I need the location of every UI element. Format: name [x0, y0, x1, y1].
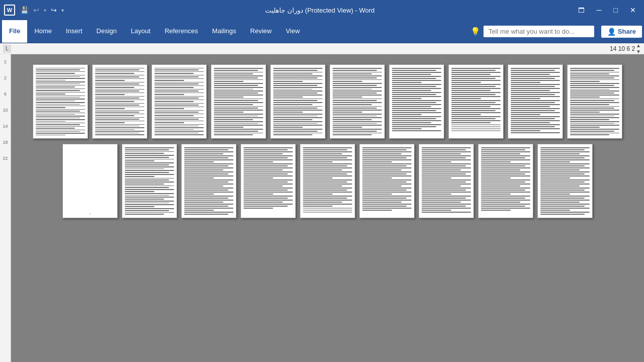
page-thumbnail-16[interactable] [359, 144, 415, 218]
nav-up-button[interactable]: ▲ [636, 43, 641, 48]
undo-arrow: ▾ [42, 7, 48, 14]
minimize-button[interactable]: ─ [593, 5, 606, 15]
content-area: 2 2 6 10 14 18 22 [0, 54, 644, 362]
page-thumbnail-3[interactable] [151, 64, 207, 139]
document-title: دوران جاهلیت (Protected View) - Word [66, 7, 574, 14]
bulb-icon: 💡 [470, 27, 480, 36]
save-button[interactable]: 💾 [18, 5, 31, 15]
share-button[interactable]: 👤 Share [601, 26, 642, 38]
tab-view[interactable]: View [279, 20, 307, 43]
toolbar-row: L 14 10 6 2 ▲ ▼ [0, 43, 644, 54]
ruler-6: 6 [4, 92, 7, 97]
page-thumbnail-19[interactable] [537, 144, 593, 218]
share-label: Share [618, 28, 636, 35]
title-bar-left: W 💾 ↩ ▾ ↪ ▾ [4, 5, 66, 16]
page-thumbnail-15[interactable] [300, 144, 355, 218]
tab-review[interactable]: Review [243, 20, 279, 43]
ruler-button[interactable]: L [3, 45, 11, 53]
tab-file[interactable]: File [2, 20, 27, 43]
close-button[interactable]: ✕ [626, 5, 640, 15]
page-thumbnail-2[interactable] [92, 64, 147, 139]
page-navigation: 14 10 6 2 ▲ ▼ [610, 43, 641, 54]
word-icon: W [4, 5, 15, 16]
page-thumbnail-5[interactable] [270, 64, 326, 139]
search-input[interactable] [484, 26, 594, 37]
page-thumbnail-4[interactable] [211, 64, 266, 139]
share-icon: 👤 [607, 28, 616, 36]
page-numbers-display: 14 10 6 2 [610, 45, 635, 52]
tab-mailings[interactable]: Mailings [205, 20, 244, 43]
page-thumbnail-6[interactable] [330, 64, 385, 139]
tab-home[interactable]: Home [27, 20, 59, 43]
tab-design[interactable]: Design [90, 20, 124, 43]
page-thumbnail-10[interactable] [567, 64, 622, 139]
page-thumbnail-7[interactable] [389, 64, 444, 139]
page-thumbnail-17[interactable] [419, 144, 474, 218]
tab-references[interactable]: References [157, 20, 205, 43]
page-row-2: • [62, 144, 593, 218]
redo-button[interactable]: ↪ [49, 5, 58, 15]
title-bar: W 💾 ↩ ▾ ↪ ▾ دوران جاهلیت (Protected View… [0, 0, 644, 20]
undo-button[interactable]: ↩ [32, 5, 41, 15]
ruler-2b: 2 [4, 75, 7, 80]
nav-down-button[interactable]: ▼ [636, 49, 641, 54]
restore-button[interactable]: 🗖 [574, 6, 589, 15]
page-row-1 [33, 64, 622, 139]
ruler-18: 18 [3, 140, 8, 145]
page-thumbnail-12[interactable] [122, 144, 177, 218]
ruler-14: 14 [3, 124, 8, 129]
side-ruler: 2 2 6 10 14 18 22 [0, 54, 11, 362]
page-thumbnail-11-empty[interactable]: • [62, 144, 118, 218]
maximize-button[interactable]: □ [610, 5, 622, 15]
page-thumbnail-1[interactable] [33, 64, 88, 139]
pages-container[interactable]: • [11, 54, 644, 362]
search-area: 💡 👤 Share [470, 20, 642, 43]
window-controls: 🗖 ─ □ ✕ [574, 5, 640, 15]
tab-insert[interactable]: Insert [59, 20, 90, 43]
tab-layout[interactable]: Layout [124, 20, 157, 43]
customize-button[interactable]: ▾ [59, 7, 66, 14]
ruler-label: L [6, 46, 9, 51]
ribbon: File Home Insert Design Layout Reference… [0, 20, 644, 43]
page-thumbnail-14[interactable] [240, 144, 296, 218]
page-thumbnail-8[interactable] [448, 64, 504, 139]
page-thumbnail-9[interactable] [508, 64, 563, 139]
ruler-22: 22 [3, 156, 8, 161]
page-thumbnail-13[interactable] [181, 144, 236, 218]
undo-redo-group: 💾 ↩ ▾ ↪ ▾ [18, 5, 66, 15]
page-thumbnail-18[interactable] [478, 144, 533, 218]
ruler-2a: 2 [4, 59, 7, 64]
ruler-10: 10 [3, 108, 8, 113]
